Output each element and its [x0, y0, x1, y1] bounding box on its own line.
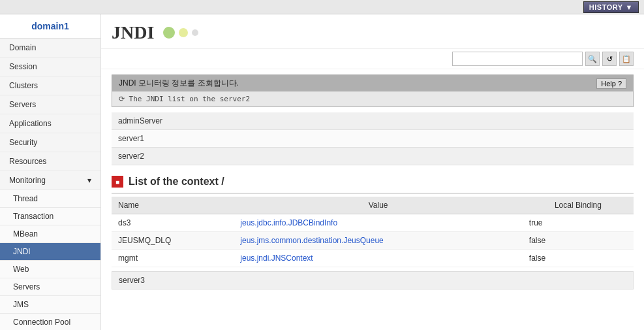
sidebar-item-mbean[interactable]: MBean	[0, 225, 100, 243]
context-section: ■ List of the context / Name Value Local…	[112, 171, 634, 289]
jndi-table: Name Value Local Binding ds3 jeus.jdbc.i…	[112, 197, 634, 267]
content-area: JNDI 🔍 ↺ 📋 JNDI 모니터링 정보를 조회합니다. Help ?	[101, 14, 644, 330]
table-row: JEUSMQ_DLQ jeus.jms.common.destination.J…	[112, 232, 634, 250]
sidebar-item-security[interactable]: Security	[0, 133, 100, 152]
cell-value[interactable]: jeus.jdbc.info.JDBCBindInfo	[234, 214, 523, 232]
col-header-local-binding: Local Binding	[523, 197, 634, 214]
cell-local-binding: false	[523, 250, 634, 267]
cell-value[interactable]: jeus.jndi.JNSContext	[234, 250, 523, 267]
sidebar-item-thread[interactable]: Thread	[0, 190, 100, 208]
context-icon: ■	[112, 176, 123, 188]
info-box: JNDI 모니터링 정보를 조회합니다. Help ? ⟳ The JNDI l…	[112, 74, 634, 107]
circle-light-icon	[179, 28, 188, 37]
cell-local-binding: false	[523, 232, 634, 250]
domain-title: domain1	[31, 21, 69, 31]
sidebar: domain1 Domain Session Clusters Servers …	[0, 14, 101, 330]
sidebar-item-applications[interactable]: Applications	[0, 114, 100, 133]
table-header-row: Name Value Local Binding	[112, 197, 634, 214]
cell-value[interactable]: jeus.jms.common.destination.JeusQueue	[234, 232, 523, 250]
history-label: HISTORY	[589, 3, 623, 11]
export-button[interactable]: 📋	[619, 52, 634, 66]
sidebar-item-clusters[interactable]: Clusters	[0, 76, 100, 95]
refresh-button[interactable]: ↺	[602, 52, 617, 66]
sidebar-item-jms[interactable]: JMS	[0, 296, 100, 314]
context-title: ■ List of the context /	[112, 171, 634, 194]
monitoring-arrow-icon: ▾	[87, 176, 91, 185]
search-bar: 🔍 ↺ 📋	[101, 49, 644, 69]
cell-name: JEUSMQ_DLQ	[112, 232, 234, 250]
sidebar-item-servers[interactable]: Servers	[0, 95, 100, 114]
sidebar-item-transaction[interactable]: Transaction	[0, 208, 100, 225]
cell-name: ds3	[112, 214, 234, 232]
jndi-message: ⟳ The JNDI list on the server2	[112, 91, 633, 107]
monitoring-label: Monitoring	[9, 176, 46, 185]
logo-decoration	[163, 27, 198, 39]
cell-local-binding: true	[523, 214, 634, 232]
sidebar-monitoring-toggle[interactable]: Monitoring ▾	[0, 171, 100, 190]
history-button[interactable]: HISTORY ▼	[583, 1, 639, 13]
sidebar-item-resources[interactable]: Resources	[0, 152, 100, 171]
page-title: JNDI	[112, 22, 154, 43]
sidebar-item-servers-sub[interactable]: Servers	[0, 278, 100, 296]
cell-name: mgmt	[112, 250, 234, 267]
main-layout: domain1 Domain Session Clusters Servers …	[0, 14, 644, 330]
server-list: adminServer server1 server2	[112, 112, 634, 165]
sidebar-item-session[interactable]: Session	[0, 58, 100, 76]
content-header: JNDI	[101, 14, 644, 49]
col-header-name: Name	[112, 197, 234, 214]
server-row-server2[interactable]: server2	[112, 148, 634, 165]
history-arrow-icon: ▼	[626, 3, 633, 11]
sidebar-domain-header[interactable]: domain1	[0, 14, 100, 39]
col-header-value: Value	[234, 197, 523, 214]
sidebar-item-domain[interactable]: Domain	[0, 39, 100, 58]
search-input[interactable]	[452, 52, 583, 66]
sidebar-item-jndi[interactable]: JNDI	[0, 243, 100, 261]
search-button[interactable]: 🔍	[585, 52, 600, 66]
circle-small-icon	[192, 29, 198, 36]
help-label: Help	[601, 80, 616, 88]
help-button[interactable]: Help ?	[596, 78, 626, 89]
server3-section: server3	[112, 271, 634, 289]
info-message: JNDI 모니터링 정보를 조회합니다.	[119, 78, 239, 89]
server-row-server1[interactable]: server1	[112, 130, 634, 148]
sidebar-item-connection-pool[interactable]: Connection Pool	[0, 314, 100, 330]
server-row-admin[interactable]: adminServer	[112, 112, 634, 130]
sidebar-item-web[interactable]: Web	[0, 261, 100, 278]
circle-green-icon	[163, 27, 175, 39]
help-icon: ?	[618, 80, 622, 88]
table-row: ds3 jeus.jdbc.info.JDBCBindInfo true	[112, 214, 634, 232]
info-box-header: JNDI 모니터링 정보를 조회합니다. Help ?	[112, 75, 633, 91]
table-row: mgmt jeus.jndi.JNSContext false	[112, 250, 634, 267]
top-bar: HISTORY ▼	[0, 0, 644, 14]
